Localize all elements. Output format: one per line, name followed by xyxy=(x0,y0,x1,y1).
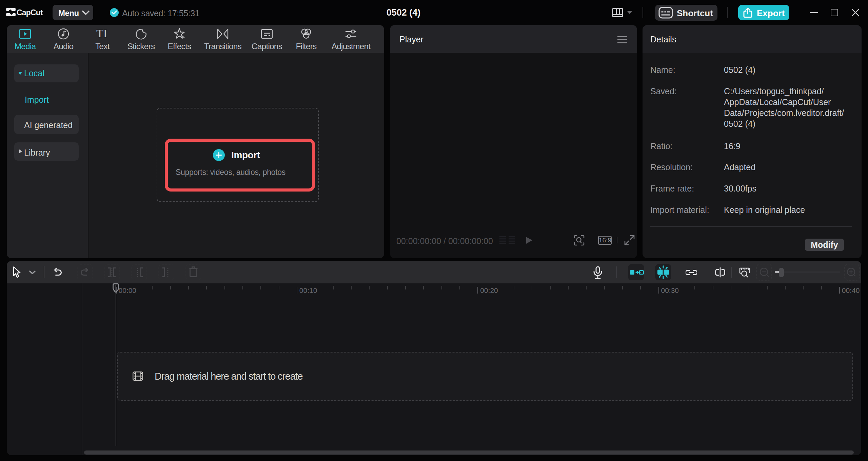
svg-text:TI: TI xyxy=(96,28,107,40)
